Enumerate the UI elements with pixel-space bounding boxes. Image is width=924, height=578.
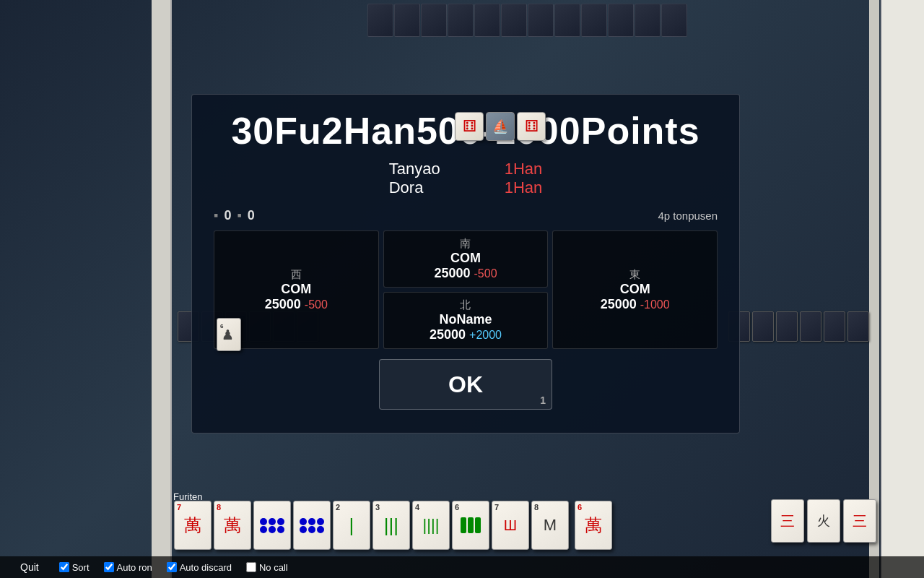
hand-tile-3[interactable] <box>293 501 331 550</box>
round-info: 4p tonpusen <box>658 210 718 222</box>
bg-tile <box>554 4 580 37</box>
stick-count-2: 0 <box>248 208 255 223</box>
die-2: ⚅ <box>517 112 546 141</box>
han-value: 2 <box>322 110 344 152</box>
sort-label[interactable]: Sort <box>59 562 90 573</box>
score-section: ▪ 0 ▪ 0 4p tonpusen 西 COM 25000 -500 <box>206 208 725 410</box>
bg-tile <box>528 4 554 37</box>
bg-tile <box>581 4 607 37</box>
bg-tile <box>501 4 527 37</box>
yaku-row-0: Tanyao 1Han <box>389 160 543 178</box>
hand-tile-2[interactable] <box>253 501 291 550</box>
bg-tile <box>474 4 500 37</box>
right-bar-inner <box>869 0 879 578</box>
west-delta: -500 <box>305 298 328 311</box>
west-score-line: 25000 -500 <box>223 297 370 312</box>
fu-label: Fu <box>274 110 322 152</box>
extra-tile-2: 三 <box>843 499 876 543</box>
hand-tile-8[interactable]: 7 Ш <box>492 501 529 550</box>
han-label: Han <box>344 110 417 152</box>
hand-tile-5[interactable]: 3 ||| <box>372 501 410 550</box>
bg-tile <box>394 4 420 37</box>
fu-value: 30 <box>231 110 274 152</box>
bg-tile <box>367 4 393 37</box>
east-tile <box>800 311 821 342</box>
yaku-name-0: Tanyao <box>389 160 476 178</box>
round-text: 4p tonpusen <box>658 210 718 222</box>
south-delta: -500 <box>474 267 497 280</box>
north-name: NoName <box>393 312 539 327</box>
no-call-text: No call <box>259 562 288 573</box>
east-name: COM <box>562 282 708 297</box>
auto-ron-checkbox[interactable] <box>104 562 114 572</box>
south-direction: 南 <box>393 237 539 251</box>
quit-button[interactable]: Quit <box>14 560 45 574</box>
west-score: 25000 <box>265 297 301 311</box>
die-compass: ⛵ <box>486 112 515 141</box>
east-direction: 東 <box>562 268 708 282</box>
info-row: ▪ 0 ▪ 0 4p tonpusen <box>206 208 725 223</box>
die-1: ⚅ <box>455 112 484 141</box>
east-tile <box>752 311 774 342</box>
east-delta: -1000 <box>640 298 670 311</box>
hand-tile-4[interactable]: 2 | <box>333 501 370 550</box>
north-score-line: 25000 +2000 <box>393 327 539 342</box>
bg-tiles-top <box>188 0 866 43</box>
east-score: 25000 <box>601 297 637 311</box>
dice-area: ⚅ ⛵ ⚅ <box>455 112 546 141</box>
hand-tile-7[interactable]: 6 <box>452 501 489 550</box>
hand-tile-6[interactable]: 4 |||| <box>412 501 450 550</box>
east-score-line: 25000 -1000 <box>562 297 708 312</box>
yaku-han-0: 1Han <box>505 160 543 178</box>
bg-tile <box>661 4 687 37</box>
south-score-line: 25000 -500 <box>393 266 539 281</box>
auto-discard-label[interactable]: Auto discard <box>167 562 232 573</box>
north-score: 25000 <box>430 327 466 342</box>
score-grid: 西 COM 25000 -500 南 COM 25000 -500 東 COM <box>206 230 725 349</box>
hand-tile-10[interactable]: 6 萬 <box>575 501 612 550</box>
bg-tile <box>421 4 447 37</box>
south-score-card: 南 COM 25000 -500 <box>383 230 549 288</box>
stick-icon-2: ▪ <box>237 208 241 223</box>
west-name: COM <box>223 282 370 297</box>
north-score-card: 北 NoName 25000 +2000 <box>383 292 549 349</box>
sort-checkbox[interactable] <box>59 562 69 572</box>
left-panel <box>152 0 172 578</box>
no-call-label[interactable]: No call <box>246 562 288 573</box>
north-direction: 北 <box>393 298 539 312</box>
auto-discard-text: Auto discard <box>180 562 232 573</box>
hand-tile-0[interactable]: 7 萬 <box>174 501 212 550</box>
auto-ron-label[interactable]: Auto ron <box>104 562 152 573</box>
hand-tile-9[interactable]: 8 M <box>531 501 569 550</box>
extra-tile-0: 三 <box>771 499 804 543</box>
stick-count-1: 0 <box>224 208 231 223</box>
east-tile <box>776 311 798 342</box>
ok-button[interactable]: OK 1 <box>379 359 552 410</box>
sort-text: Sort <box>72 562 90 573</box>
east-player-tiles <box>728 311 870 342</box>
east-score-card: 東 COM 25000 -1000 <box>552 230 718 349</box>
east-tile <box>824 311 845 342</box>
auto-ron-text: Auto ron <box>117 562 152 573</box>
player-hand: 7 萬 8 萬 <box>173 500 613 551</box>
stick-icon-1: ▪ <box>214 208 218 223</box>
bottom-controls: Quit Sort Auto ron Auto discard No call <box>0 556 924 578</box>
extra-tile-1: 火 <box>807 499 840 543</box>
bg-tile <box>448 4 474 37</box>
stick-info: ▪ 0 ▪ 0 <box>214 208 255 223</box>
north-delta: +2000 <box>469 329 502 341</box>
discarded-tile: ♟ 6 <box>217 318 241 351</box>
bg-tile <box>608 4 634 37</box>
extra-tiles: 三 火 三 <box>770 499 877 543</box>
yaku-list: Tanyao 1Han Dora 1Han <box>389 160 543 197</box>
ok-label: OK <box>448 371 483 397</box>
no-call-checkbox[interactable] <box>246 562 256 572</box>
bg-tile <box>635 4 661 37</box>
yaku-han-1: 1Han <box>505 178 543 197</box>
yaku-row-1: Dora 1Han <box>389 178 543 197</box>
hand-tile-1[interactable]: 8 萬 <box>214 501 251 550</box>
result-dialog: 30Fu2Han500-1000Points Tanyao 1Han Dora … <box>191 94 740 434</box>
points-label: Points <box>581 110 700 152</box>
south-name: COM <box>393 251 539 266</box>
auto-discard-checkbox[interactable] <box>167 562 177 572</box>
